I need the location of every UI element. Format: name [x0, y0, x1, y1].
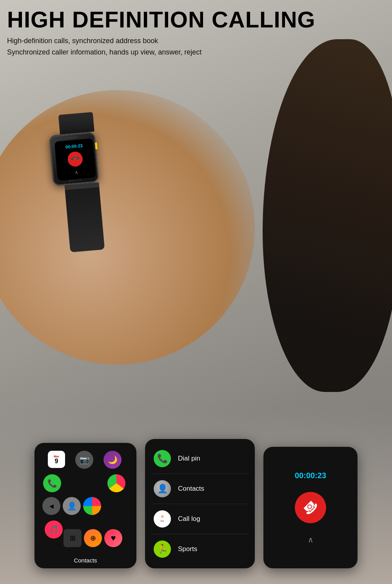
menu-item-sports[interactable]: 🏃 Sports [151, 534, 249, 564]
card-apps: Mar 9 📷 🌙 📞 ◀ [34, 443, 136, 568]
page-title: HIGH DEFINITION CALLING [7, 7, 316, 32]
watch-label-top: SPORT [66, 136, 79, 139]
subtitle-line2: Synchronized caller information, hands u… [7, 48, 201, 56]
call-timer: 00:00:23 [295, 471, 326, 480]
menu-label-dial-pin: Dial pin [178, 455, 200, 462]
menu-icon-contacts: 👤 [154, 480, 171, 497]
watch-chevron: ∧ [74, 169, 78, 175]
subtitle: High-definition calls, synchronized addr… [7, 35, 316, 58]
menu-label-contacts: Contacts [178, 485, 204, 493]
watch-band-bottom [65, 187, 105, 252]
menu-icon-sports: 🏃 [154, 540, 171, 558]
menu-icon-call-log: ⊕≡≡ [154, 510, 171, 528]
call-chevron: ∧ [308, 535, 314, 544]
screenshots-row: Mar 9 📷 🌙 📞 ◀ [12, 439, 380, 568]
menu-label-call-log: Call log [178, 515, 200, 523]
watch-band-top [58, 112, 94, 134]
menu-item-dial-pin[interactable]: 📞 Dial pin [151, 444, 249, 474]
menu-label-sports: Sports [178, 545, 197, 553]
call-end-icon: ☎ [299, 497, 321, 518]
subtitle-line1: High-definition calls, synchronized addr… [7, 37, 158, 45]
app-icon-calendar[interactable]: Mar 9 [48, 451, 65, 468]
watch-screen: 00:00:23 ∧ [54, 138, 96, 181]
apps-label: Contacts [74, 557, 97, 564]
watch-end-call-button[interactable] [67, 151, 83, 167]
header: HIGH DEFINITION CALLING High-definition … [7, 7, 316, 58]
watch-body: SPORT 00:00:23 ∧ WATCH [49, 131, 99, 186]
call-end-button[interactable]: ☎ [295, 492, 326, 523]
card-menu: 📞 Dial pin 👤 Contacts ⊕≡≡ Call log 🏃 Spo… [145, 439, 255, 568]
menu-item-contacts[interactable]: 👤 Contacts [151, 474, 249, 504]
menu-item-call-log[interactable]: ⊕≡≡ Call log [151, 504, 249, 534]
menu-icon-phone: 📞 [154, 450, 171, 467]
apps-grid: Mar 9 📷 🌙 📞 ◀ [41, 451, 130, 555]
watch-time: 00:00:23 [65, 143, 83, 149]
card-call: 00:00:23 ☎ ∧ [263, 447, 358, 568]
